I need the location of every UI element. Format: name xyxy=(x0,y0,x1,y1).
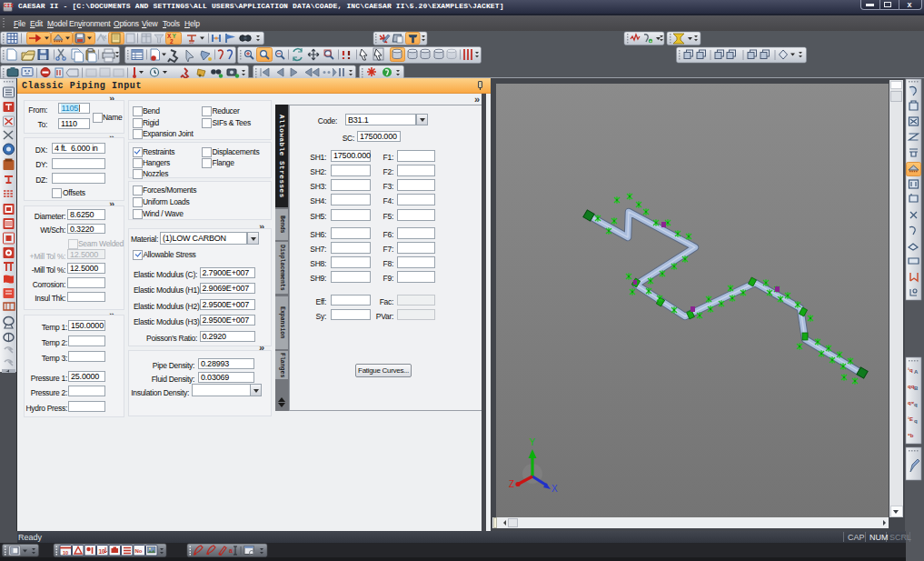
svg-text:¹q: ¹q xyxy=(908,367,913,373)
svg-text:q: q xyxy=(914,418,918,424)
svg-text:Z: Z xyxy=(509,479,514,489)
svg-text:X: X xyxy=(551,484,558,494)
svg-text:¹E: ¹E xyxy=(908,416,913,422)
svg-text:q: q xyxy=(914,402,918,407)
svg-text:A: A xyxy=(914,369,919,375)
svg-text:10: 10 xyxy=(63,550,68,556)
svg-text:B: B xyxy=(914,386,919,391)
svg-text:No: No xyxy=(135,548,143,554)
svg-text:a: a xyxy=(229,547,233,554)
svg-text:⁹b: ⁹b xyxy=(908,433,914,438)
svg-text:18: 18 xyxy=(189,40,194,45)
svg-text:10: 10 xyxy=(99,548,106,555)
svg-text:2: 2 xyxy=(170,38,174,45)
svg-text:Y: Y xyxy=(530,437,536,447)
svg-text:+: + xyxy=(650,39,652,44)
